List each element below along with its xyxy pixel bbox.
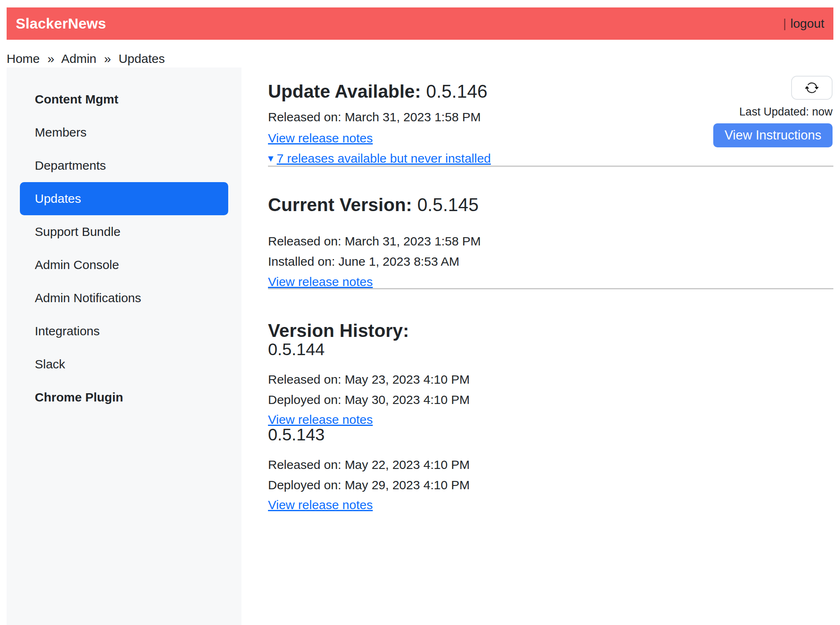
sidebar-item-updates[interactable]: Updates [20,182,228,215]
refresh-panel: Last Updated: now View Instructions [700,76,833,147]
history-release-notes-link[interactable]: View release notes [268,498,373,511]
current-installed-on: Installed on: June 1, 2023 8:53 AM [268,255,833,268]
current-released-on: Released on: March 31, 2023 1:58 PM [268,235,833,248]
caret-down-icon: ▾ [268,152,273,165]
current-release-notes-link[interactable]: View release notes [268,275,373,288]
top-bar: SlackerNews | logout [7,7,833,40]
version-history-entry: 0.5.143 Released on: May 22, 2023 4:10 P… [268,426,833,511]
sidebar-item-integrations[interactable]: Integrations [20,315,228,348]
sidebar-item-slack[interactable]: Slack [20,348,228,381]
update-available-label: Update Available: [268,81,421,101]
view-instructions-button[interactable]: View Instructions [713,123,833,147]
sidebar-item-admin-console[interactable]: Admin Console [20,248,228,281]
history-released-on: Released on: May 22, 2023 4:10 PM [268,458,833,471]
history-version-number: 0.5.143 [268,426,833,443]
version-history-entry: 0.5.144 Released on: May 23, 2023 4:10 P… [268,341,833,426]
updates-main: Last Updated: now View Instructions Upda… [241,67,833,511]
sidebar-item-admin-notifications[interactable]: Admin Notifications [20,281,228,315]
history-released-on: Released on: May 23, 2023 4:10 PM [268,373,833,386]
version-history-section: Version History: 0.5.144 Released on: Ma… [268,321,833,511]
breadcrumb-admin[interactable]: Admin [61,52,97,65]
releases-toggle-link[interactable]: ▾7 releases available but never installe… [268,152,491,166]
history-version-number: 0.5.144 [268,341,833,358]
history-deployed-on: Deployed on: May 29, 2023 4:10 PM [268,478,833,491]
sidebar-item-departments[interactable]: Departments [20,149,228,182]
logout-separator: | [783,17,786,31]
breadcrumb-separator: » [47,52,54,65]
last-updated-text: Last Updated: now [739,106,833,118]
current-version-heading: Current Version: 0.5.145 [268,195,833,215]
sidebar-item-support-bundle[interactable]: Support Bundle [20,215,228,248]
breadcrumb-separator: » [104,52,111,65]
admin-sidebar: Content Mgmt Members Departments Updates… [7,67,241,625]
version-history-heading: Version History: [268,321,833,341]
app-title: SlackerNews [16,15,106,32]
breadcrumb: Home » Admin » Updates [7,52,833,66]
current-version-number: 0.5.145 [417,195,478,215]
content-layout: Content Mgmt Members Departments Updates… [7,67,833,625]
current-version-section: Current Version: 0.5.145 Released on: Ma… [268,195,833,288]
breadcrumb-updates: Updates [118,52,165,65]
breadcrumb-home[interactable]: Home [7,52,40,65]
logout-link[interactable]: logout [790,17,824,31]
releases-toggle-label: 7 releases available but never installed [277,151,491,165]
current-version-label: Current Version: [268,195,412,215]
history-release-notes-link[interactable]: View release notes [268,413,373,426]
sidebar-item-chrome-plugin[interactable]: Chrome Plugin [20,381,228,414]
section-divider [268,166,833,167]
sidebar-item-content-mgmt[interactable]: Content Mgmt [20,83,228,116]
history-deployed-on: Deployed on: May 30, 2023 4:10 PM [268,393,833,406]
refresh-icon [805,81,819,95]
refresh-button[interactable] [791,76,833,100]
update-available-version: 0.5.146 [426,81,488,101]
update-release-notes-link[interactable]: View release notes [268,132,373,144]
logout-area: | logout [783,17,824,31]
sidebar-item-members[interactable]: Members [20,116,228,149]
